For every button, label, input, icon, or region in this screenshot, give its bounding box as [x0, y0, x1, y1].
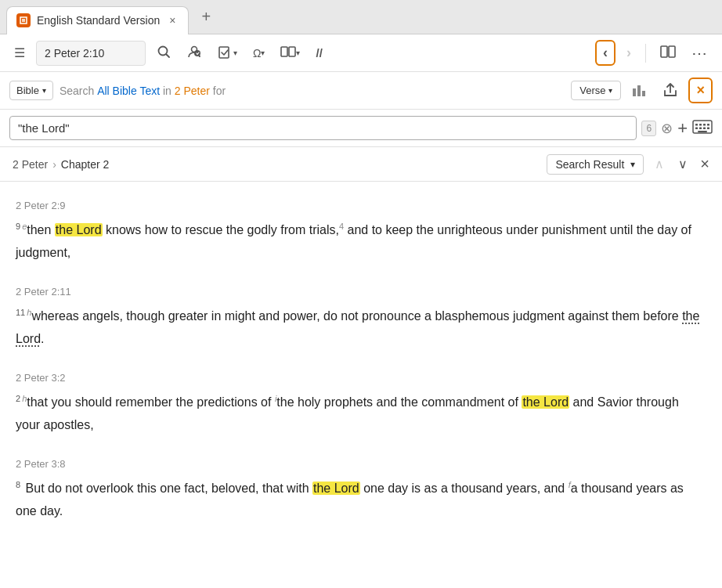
verse-num-3: 2 [16, 394, 20, 403]
svg-point-4 [194, 50, 200, 56]
next-result-button[interactable]: ∨ [672, 153, 694, 175]
back-navigation-button[interactable]: ‹ [595, 40, 616, 66]
svg-point-1 [159, 46, 168, 55]
forward-icon: › [626, 45, 631, 61]
svg-rect-11 [637, 85, 641, 96]
search-result-label: Search Result [555, 158, 624, 171]
active-tab[interactable]: English Standard Version × [6, 6, 189, 34]
verse-section-4: 2 Peter 3:8 8 But do not overlook this o… [16, 456, 706, 523]
verse-text-before-2: whereas angels, though greater in might … [31, 309, 682, 323]
verse-num-4: 8 [16, 480, 20, 489]
content-area[interactable]: 2 Peter 2:9 9ethen the Lord knows how to… [0, 182, 722, 588]
svg-rect-18 [695, 127, 698, 129]
location-text: 2 Peter 2:10 [45, 47, 104, 60]
breadcrumb-parent[interactable]: 2 Peter [13, 158, 48, 171]
split-button[interactable] [655, 42, 680, 64]
nav-buttons: ∧ ∨ [648, 153, 694, 175]
check-dropdown-chevron: ▾ [233, 49, 237, 57]
search-input-field[interactable] [9, 116, 637, 140]
svg-rect-10 [633, 88, 636, 96]
toolbar: ☰ 2 Peter 2:10 ▾ [0, 34, 722, 72]
stats-button[interactable] [627, 79, 652, 103]
location-bar[interactable]: 2 Peter 2:10 [36, 41, 146, 66]
more-icon: ⋯ [691, 44, 708, 63]
share-button[interactable] [659, 78, 682, 103]
tab-bar: English Standard Version × + [0, 0, 722, 34]
verse-label: Verse [579, 85, 605, 96]
svg-rect-15 [699, 124, 702, 126]
language-dropdown-chevron: ▾ [261, 49, 265, 57]
svg-rect-16 [703, 124, 706, 126]
check-dropdown-button[interactable]: ▾ [213, 41, 242, 66]
new-tab-button[interactable]: + [195, 5, 217, 29]
close-icon: × [696, 82, 705, 99]
clear-input-button[interactable]: ⊗ [661, 120, 673, 137]
parallel-icon [280, 46, 296, 60]
hamburger-menu-button[interactable]: ☰ [9, 42, 30, 63]
search-input-row: 6 ⊗ + [0, 110, 722, 147]
highlight-the-lord-3: the Lord [522, 395, 569, 409]
slash-icon: // [316, 46, 322, 60]
parallel-dropdown-button[interactable]: ▾ [276, 43, 305, 63]
svg-rect-19 [699, 127, 702, 129]
person-button[interactable] [182, 41, 207, 66]
more-options-button[interactable]: ⋯ [687, 41, 713, 66]
svg-rect-20 [703, 127, 706, 129]
prev-result-button[interactable]: ∧ [648, 153, 670, 175]
verse-text-after-3: . [41, 332, 44, 345]
breadcrumb-current: Chapter 2 [61, 158, 109, 171]
svg-rect-6 [281, 47, 287, 56]
parallel-dropdown-chevron: ▾ [296, 49, 300, 57]
search-close-button[interactable]: × [688, 78, 713, 103]
svg-rect-9 [669, 46, 675, 57]
svg-rect-17 [707, 124, 709, 126]
bible-dropdown[interactable]: Bible ▾ [9, 81, 53, 100]
verse-ref-1: 2 Peter 2:9 [16, 197, 706, 215]
share-icon [663, 81, 677, 97]
highlight-the-lord-4: the Lord [312, 482, 360, 495]
language-icon: Ω [253, 47, 261, 60]
search-bar: Bible ▾ Search All Bible Text in 2 Peter… [0, 72, 722, 110]
search-prefix: Search [60, 85, 94, 97]
search-description: Search All Bible Text in 2 Peter for [60, 85, 309, 97]
verse-text-4: 8 But do not overlook this one fact, bel… [16, 478, 706, 523]
breadcrumb-separator: › [52, 158, 56, 171]
bible-dropdown-chevron: ▾ [42, 86, 46, 95]
breadcrumb-close-button[interactable]: × [700, 155, 709, 173]
person-icon [186, 44, 202, 63]
search-result-dropdown[interactable]: Search Result ▾ [547, 154, 644, 175]
breadcrumb-close-icon: × [700, 155, 709, 172]
result-count-badge: 6 [641, 121, 656, 136]
verse-text-before-1: then [27, 223, 55, 236]
add-icon: + [677, 118, 688, 138]
in-text: in [163, 85, 171, 97]
clear-icon: ⊗ [661, 121, 673, 136]
svg-rect-14 [695, 124, 698, 126]
verse-num-1: 9 [16, 222, 20, 231]
search-ref-label: 2 Peter [175, 85, 210, 97]
tab-close-button[interactable]: × [166, 13, 179, 28]
next-icon: ∨ [678, 157, 688, 171]
forward-navigation-button[interactable]: › [622, 41, 636, 64]
slash-button[interactable]: // [311, 43, 327, 63]
keyboard-icon [692, 120, 713, 134]
verse-dropdown[interactable]: Verse ▾ [571, 81, 621, 100]
keyboard-button[interactable] [692, 120, 713, 137]
svg-rect-12 [642, 91, 645, 96]
search-icon [157, 45, 171, 62]
search-button[interactable] [152, 41, 175, 65]
verse-text-before-3: that you should remember the predictions… [27, 395, 275, 409]
verse-num-2: 11 [16, 308, 25, 317]
highlight-the-lord-1: the Lord [55, 223, 103, 236]
verse-section-1: 2 Peter 2:9 9ethen the Lord knows how to… [16, 197, 706, 265]
language-dropdown-button[interactable]: Ω ▾ [248, 44, 269, 63]
verse-text-after-5: one day is as a thousand years, and [360, 482, 569, 495]
tab-label: English Standard Version [37, 14, 160, 27]
verse-ref-2: 2 Peter 2:11 [16, 283, 706, 301]
add-input-button[interactable]: + [677, 118, 688, 139]
verse-ref-4: 2 Peter 3:8 [16, 456, 706, 473]
svg-rect-5 [219, 47, 229, 58]
bar-chart-icon [632, 82, 648, 96]
verse-text-1: 9ethen the Lord knows how to rescue the … [16, 219, 706, 265]
verse-text-after-1: knows how to rescue the godly from trial… [103, 223, 339, 236]
